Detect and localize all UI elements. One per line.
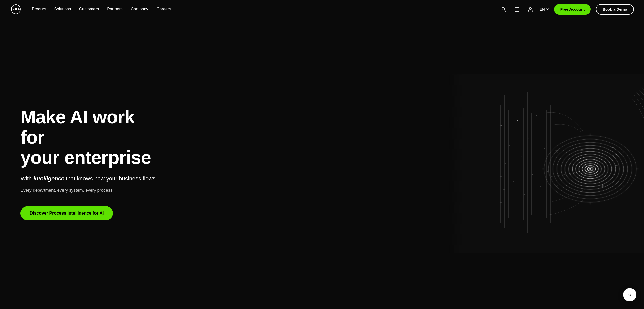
svg-point-56 bbox=[502, 125, 502, 126]
hero-subtitle-after: that knows how your business flows bbox=[64, 175, 155, 182]
nav-link-careers[interactable]: Careers bbox=[156, 7, 171, 11]
calendar-icon bbox=[514, 7, 520, 12]
hero-section: Make AI work for your enterprise With in… bbox=[0, 18, 644, 309]
svg-text:celonis: celonis bbox=[12, 8, 20, 11]
chevron-down-icon bbox=[546, 8, 549, 11]
nav-links: Product Solutions Customers Partners Com… bbox=[32, 7, 171, 12]
hero-subtitle-em: intelligence bbox=[33, 175, 64, 182]
svg-point-60 bbox=[517, 120, 518, 121]
logo[interactable]: celonis bbox=[10, 4, 22, 15]
svg-line-6 bbox=[504, 10, 506, 11]
nav-item-careers[interactable]: Careers bbox=[156, 7, 171, 12]
svg-point-63 bbox=[529, 138, 529, 138]
search-button[interactable] bbox=[500, 5, 508, 13]
nav-right: EN Free Account Book a Demo bbox=[500, 4, 634, 15]
cta-button[interactable]: Discover Process Intelligence for AI bbox=[20, 206, 113, 220]
user-button[interactable] bbox=[526, 5, 534, 13]
svg-point-66 bbox=[540, 186, 541, 187]
hero-subtitle-before: With bbox=[20, 175, 33, 182]
chat-label: c bbox=[628, 292, 631, 297]
svg-point-59 bbox=[513, 181, 514, 182]
nav-link-partners[interactable]: Partners bbox=[107, 7, 122, 11]
hero-description: Every department, every system, every pr… bbox=[20, 187, 159, 194]
svg-point-65 bbox=[536, 115, 537, 115]
nav-link-product[interactable]: Product bbox=[32, 7, 46, 11]
nav-item-company[interactable]: Company bbox=[131, 7, 148, 12]
nav-left: celonis Product Solutions Customers Part… bbox=[10, 4, 171, 15]
hero-title-line2: your enterprise bbox=[20, 147, 151, 168]
logo-icon: celonis bbox=[10, 4, 22, 15]
svg-point-58 bbox=[509, 145, 510, 146]
nav-item-customers[interactable]: Customers bbox=[79, 7, 99, 12]
svg-point-68 bbox=[548, 171, 548, 172]
nav-item-partners[interactable]: Partners bbox=[107, 7, 122, 12]
svg-point-67 bbox=[544, 148, 545, 149]
nav-item-solutions[interactable]: Solutions bbox=[54, 7, 71, 12]
svg-point-26 bbox=[589, 168, 591, 170]
svg-point-61 bbox=[521, 156, 522, 156]
svg-rect-75 bbox=[603, 74, 644, 253]
nav-link-solutions[interactable]: Solutions bbox=[54, 7, 71, 11]
hero-visualization: 730 420 529 24 318 bbox=[449, 74, 644, 253]
svg-point-11 bbox=[529, 7, 531, 9]
svg-point-62 bbox=[525, 194, 525, 195]
user-icon bbox=[528, 7, 533, 12]
search-icon bbox=[501, 7, 506, 12]
svg-rect-74 bbox=[449, 74, 501, 253]
nav-item-product[interactable]: Product bbox=[32, 7, 46, 12]
book-demo-button[interactable]: Book a Demo bbox=[596, 4, 634, 15]
hero-title: Make AI work for your enterprise bbox=[20, 107, 159, 168]
svg-point-64 bbox=[532, 174, 533, 174]
chat-bubble[interactable]: c bbox=[623, 288, 636, 301]
hero-content: Make AI work for your enterprise With in… bbox=[0, 92, 179, 236]
svg-point-57 bbox=[505, 163, 506, 164]
language-label: EN bbox=[540, 7, 545, 12]
calendar-button[interactable] bbox=[513, 5, 521, 13]
navigation: celonis Product Solutions Customers Part… bbox=[0, 0, 644, 18]
hero-visual: 730 420 529 24 318 bbox=[449, 74, 644, 253]
hero-title-line1: Make AI work for bbox=[20, 107, 135, 147]
svg-rect-7 bbox=[515, 8, 519, 11]
free-account-button[interactable]: Free Account bbox=[554, 4, 591, 15]
nav-link-company[interactable]: Company bbox=[131, 7, 148, 11]
language-selector[interactable]: EN bbox=[540, 7, 549, 12]
nav-link-customers[interactable]: Customers bbox=[79, 7, 99, 11]
hero-subtitle: With intelligence that knows how your bu… bbox=[20, 175, 159, 183]
